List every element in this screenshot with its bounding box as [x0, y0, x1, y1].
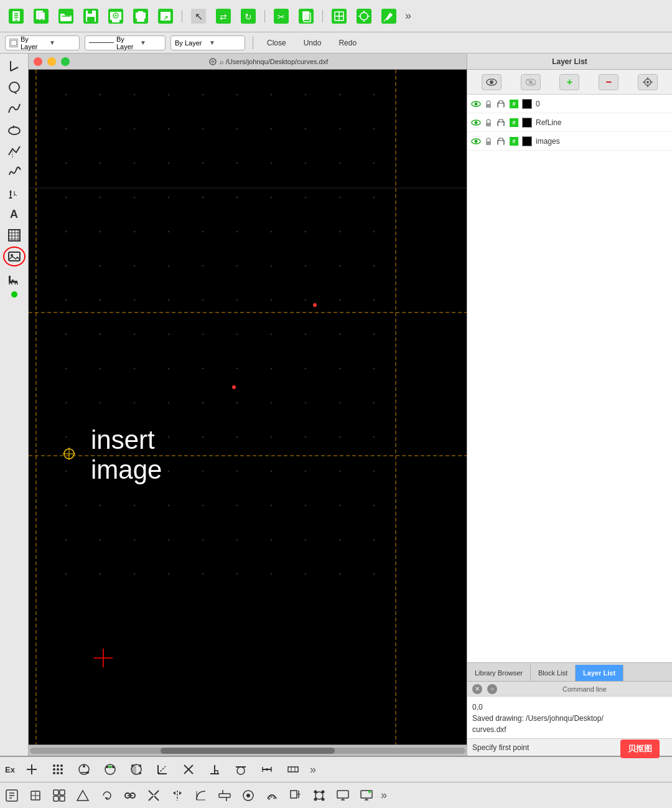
ex-label: Ex — [5, 765, 15, 774]
insert-block-btn[interactable] — [24, 784, 47, 807]
snap-midpoint-btn[interactable] — [98, 758, 122, 781]
open-button[interactable] — [55, 5, 77, 27]
monitor2-btn[interactable] — [355, 784, 378, 807]
svg-marker-62 — [9, 196, 12, 199]
redo-button[interactable]: Redo — [332, 35, 363, 50]
left-tool-hatch[interactable] — [3, 225, 26, 245]
layer-add-btn[interactable]: + — [559, 74, 579, 90]
trim-tool-btn[interactable] — [213, 784, 236, 807]
layer-print-images[interactable] — [496, 137, 506, 146]
layer-row-0[interactable]: # 0 — [467, 95, 672, 113]
layer-visibility-images[interactable] — [471, 138, 481, 145]
left-tool-text[interactable]: A — [3, 204, 26, 224]
manage-blocks-btn[interactable] — [47, 784, 71, 807]
layer-remove-btn[interactable]: − — [599, 74, 618, 90]
layer-row-refline[interactable]: # RefLine — [467, 113, 672, 132]
left-tool-select[interactable] — [3, 56, 26, 76]
window-max-btn[interactable] — [61, 57, 70, 66]
layer-print-0[interactable] — [496, 100, 506, 108]
layer-hide-all-btn[interactable] — [521, 74, 541, 90]
layer-lock-refline[interactable] — [485, 118, 492, 127]
left-tool-fork[interactable] — [3, 268, 26, 288]
pen-button[interactable] — [378, 5, 400, 27]
layer-lock-images[interactable] — [485, 137, 492, 146]
left-tool-ellipse[interactable] — [3, 120, 26, 139]
canvas-scrollbar[interactable] — [29, 745, 467, 756]
new-template-button[interactable]: + — [30, 5, 52, 27]
rotate-tool-button[interactable]: ↻ — [237, 5, 259, 27]
link-tool-btn[interactable] — [118, 784, 142, 807]
scrollbar-thumb[interactable] — [161, 748, 335, 754]
layer-visibility-0[interactable] — [471, 100, 481, 108]
triangle-tool-btn[interactable] — [71, 784, 95, 807]
layer-settings-btn[interactable] — [638, 74, 658, 90]
rotate-snap-btn[interactable] — [95, 784, 118, 807]
export-button[interactable]: ↗ — [154, 5, 177, 27]
svg-point-352 — [314, 797, 317, 801]
left-tool-image[interactable] — [3, 247, 26, 266]
more-tools-2-btn[interactable]: » — [378, 789, 390, 802]
left-tool-spline[interactable] — [3, 98, 26, 118]
left-tool-freehand[interactable] — [3, 162, 26, 182]
node-tool-btn[interactable] — [307, 784, 331, 807]
new-file-button[interactable]: + — [5, 5, 27, 27]
snap-center-btn[interactable] — [124, 758, 148, 781]
window-min-btn[interactable] — [47, 57, 56, 66]
select-tool-button[interactable]: ↖ — [187, 5, 210, 27]
more-tools-button[interactable]: » — [403, 9, 414, 22]
color-select[interactable]: By Layer ▼ — [170, 35, 245, 50]
tab-layer-list[interactable]: Layer List — [576, 665, 623, 681]
block-attr-btn[interactable] — [0, 784, 24, 807]
drawing-canvas[interactable]: insert image — [29, 70, 467, 745]
left-tool-move[interactable] — [3, 183, 26, 203]
window-close-btn[interactable] — [34, 57, 42, 66]
cut-button[interactable]: ✂ — [270, 5, 292, 27]
layer-print-refline[interactable] — [496, 118, 506, 127]
save-button[interactable] — [80, 5, 102, 27]
dimension-tool-btn[interactable] — [284, 784, 307, 807]
layer-visibility-refline[interactable] — [471, 119, 481, 126]
snap-angle-btn[interactable] — [151, 758, 174, 781]
more-snap-btn[interactable]: » — [307, 763, 319, 776]
snap-perpendicular-btn[interactable] — [203, 758, 226, 781]
cmd-info-btn[interactable]: ○ — [487, 684, 497, 694]
scrollbar-track[interactable] — [30, 748, 465, 754]
svg-point-213 — [202, 505, 204, 507]
close-button[interactable]: Close — [261, 35, 292, 50]
line-select[interactable]: By Layer ▼ — [85, 35, 166, 50]
move-tool-button[interactable]: ⇄ — [212, 5, 235, 27]
layer-color-indicator-0[interactable]: # — [510, 100, 518, 108]
grid-button[interactable] — [328, 5, 350, 27]
layer-select-1[interactable]: By Layer ▼ — [5, 35, 80, 50]
array-tool-btn[interactable] — [189, 784, 213, 807]
print-preview-button[interactable] — [105, 5, 127, 27]
print-button[interactable] — [129, 5, 152, 27]
undo-button[interactable]: Undo — [297, 35, 328, 50]
tab-library-browser[interactable]: Library Browser — [467, 665, 531, 681]
left-tool-line[interactable] — [3, 141, 26, 161]
layer-color-indicator-images[interactable]: # — [510, 137, 518, 146]
left-tool-circle[interactable] — [3, 77, 26, 97]
cmd-close-x-btn[interactable]: ✕ — [472, 684, 482, 694]
monitor1-btn[interactable] — [331, 784, 355, 807]
layer-row-images[interactable]: # images — [467, 132, 672, 151]
svg-point-222 — [168, 539, 170, 541]
snap-free-btn[interactable] — [20, 758, 44, 781]
mirror-tool-btn[interactable] — [166, 784, 189, 807]
point-tool-btn[interactable] — [236, 784, 260, 807]
snap-distance-btn[interactable] — [255, 758, 279, 781]
split-tool-btn[interactable] — [142, 784, 166, 807]
offset-tool-btn[interactable] — [260, 784, 284, 807]
canvas-area[interactable]: ⌕ /Users/johnqu/Desktop/curves.dxf — [29, 54, 467, 756]
copy-button[interactable] — [295, 5, 317, 27]
snap-button[interactable] — [353, 5, 375, 27]
layer-show-all-btn[interactable] — [482, 74, 502, 90]
layer-color-indicator-refline[interactable]: # — [510, 118, 518, 127]
snap-intersection-btn[interactable] — [177, 758, 200, 781]
snap-grid-btn[interactable] — [46, 758, 70, 781]
tab-block-list[interactable]: Block List — [531, 665, 576, 681]
snap-tangent-btn[interactable] — [229, 758, 253, 781]
layer-lock-0[interactable] — [485, 100, 492, 108]
snap-endpoint-btn[interactable] — [72, 758, 96, 781]
ortho-btn[interactable] — [281, 758, 305, 781]
